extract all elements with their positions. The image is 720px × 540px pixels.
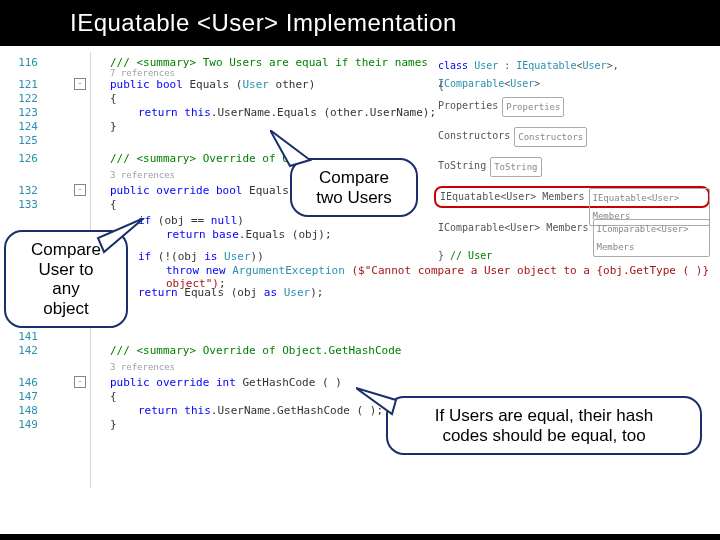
line-number: 125 [4, 134, 38, 147]
callout-tail-icon [94, 218, 154, 258]
line-number: 142 [4, 344, 38, 357]
code-line: /// <summary> Override of Object.GetHash… [110, 344, 716, 357]
outline-region[interactable]: PropertiesProperties [434, 96, 710, 116]
outline-class: class User : IEquatable<User>, IComparab… [434, 56, 710, 76]
callout-hash: If Users are equal, their hash codes sho… [386, 396, 702, 455]
line-number: 126 [4, 152, 38, 165]
class-outline: class User : IEquatable<User>, IComparab… [434, 56, 710, 266]
line-number: 123 [4, 106, 38, 119]
slide-title: IEquatable <User> Implementation [0, 0, 720, 46]
code-line: public override int GetHashCode ( ) [110, 376, 716, 389]
fold-icon[interactable]: - [74, 184, 86, 196]
line-number: 116 [4, 56, 38, 69]
outline-region[interactable]: IComparable<User> MembersIComparable<Use… [434, 218, 710, 238]
line-number: 121 [4, 78, 38, 91]
outline-region-highlighted[interactable]: IEquatable<User> MembersIEquatable<User>… [434, 186, 710, 208]
fold-icon[interactable]: - [74, 376, 86, 388]
line-number: 146 [4, 376, 38, 389]
line-number: 141 [4, 330, 38, 343]
line-number: 149 [4, 418, 38, 431]
code-line: } [110, 316, 716, 329]
line-number: 148 [4, 404, 38, 417]
outline-region[interactable]: ConstructorsConstructors [434, 126, 710, 146]
line-number: 124 [4, 120, 38, 133]
footer-bar [0, 534, 720, 540]
fold-icon[interactable]: - [74, 78, 86, 90]
callout-tail-icon [356, 386, 406, 426]
callout-tail-icon [270, 130, 330, 170]
line-number: 122 [4, 92, 38, 105]
svg-marker-1 [98, 218, 144, 252]
line-number: 132 [4, 184, 38, 197]
line-number: 147 [4, 390, 38, 403]
svg-marker-2 [356, 388, 396, 414]
reference-count: 3 references [110, 362, 716, 372]
code-line: return Equals (obj as User); [110, 286, 716, 299]
outline-region[interactable]: ToStringToString [434, 156, 710, 176]
svg-marker-0 [270, 130, 310, 166]
line-number: 133 [4, 198, 38, 211]
